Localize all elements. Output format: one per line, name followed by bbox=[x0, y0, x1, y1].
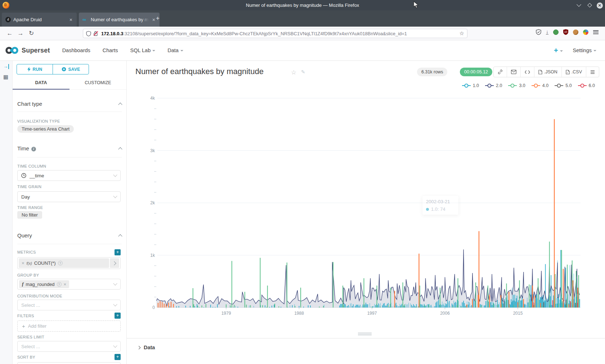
metric-value: COUNT(*) bbox=[34, 260, 56, 266]
panel-resize-handle[interactable] bbox=[358, 333, 372, 336]
expand-dataset-panel-icon[interactable]: → bbox=[3, 64, 9, 69]
browser-tab-druid[interactable]: d Apache Druid × bbox=[2, 13, 77, 27]
chevron-up-icon bbox=[118, 234, 122, 238]
url-path: :32108/superset/explore/?form_data_key=K… bbox=[123, 31, 407, 36]
nav-charts[interactable]: Charts bbox=[103, 47, 118, 53]
url-bar[interactable]: 172.18.0.3:32108/superset/explore/?form_… bbox=[83, 29, 467, 38]
svg-text:3k: 3k bbox=[150, 148, 155, 153]
remove-groupby-icon[interactable]: × bbox=[64, 282, 67, 287]
series-limit-select[interactable]: Select ... bbox=[17, 341, 121, 352]
add-metric-button[interactable]: + bbox=[115, 249, 121, 255]
data-results-panel-header[interactable]: Data bbox=[127, 338, 605, 350]
tab-data[interactable]: DATA bbox=[13, 77, 70, 89]
time-range-value[interactable]: No filter bbox=[17, 211, 42, 219]
run-button[interactable]: RUN bbox=[17, 64, 53, 74]
link-icon bbox=[498, 69, 503, 74]
export-csv-button[interactable]: x .CSV bbox=[561, 67, 586, 77]
email-button[interactable] bbox=[507, 67, 520, 77]
nav-sql-lab[interactable]: SQL Lab bbox=[130, 47, 156, 53]
time-grain-select[interactable]: Day bbox=[17, 191, 121, 202]
metric-expand-caret[interactable] bbox=[110, 258, 119, 268]
sort-by-select[interactable] bbox=[17, 362, 121, 364]
tab-label: Numer of earthquakes by m bbox=[91, 17, 148, 22]
insecure-lock-icon[interactable] bbox=[93, 31, 98, 36]
section-time[interactable]: Timei bbox=[17, 145, 122, 151]
section-query[interactable]: Query bbox=[17, 232, 122, 238]
bookmark-star-icon[interactable]: ☆ bbox=[460, 30, 464, 37]
nav-data[interactable]: Data bbox=[167, 47, 183, 53]
time-grain-label: TIME GRAIN bbox=[17, 185, 41, 189]
edit-properties-icon[interactable]: ✎ bbox=[301, 69, 305, 75]
maximize-button[interactable] bbox=[586, 2, 593, 8]
forward-button[interactable]: → bbox=[15, 30, 26, 37]
tooltip-series-dot bbox=[426, 208, 429, 211]
section-chart-type[interactable]: Chart type bbox=[17, 101, 122, 107]
metric-control: × f(x) COUNT(*) ? bbox=[17, 257, 121, 269]
chevron-down-icon bbox=[560, 50, 563, 52]
svg-text:1k: 1k bbox=[150, 253, 155, 258]
time-column-label: TIME COLUMN bbox=[17, 164, 46, 168]
add-new-button[interactable]: + bbox=[554, 46, 563, 55]
superset-logo[interactable]: Superset bbox=[5, 46, 50, 54]
time-range-label: TIME RANGE bbox=[17, 205, 43, 210]
ublock-shield-icon[interactable]: u0 bbox=[563, 29, 568, 35]
minimize-button[interactable] bbox=[575, 2, 582, 8]
nav-dashboards[interactable]: Dashboards bbox=[62, 47, 90, 53]
chevron-up-icon bbox=[118, 147, 122, 151]
menu-icon bbox=[590, 70, 595, 74]
time-grain-value: Day bbox=[21, 194, 30, 200]
remove-metric-icon[interactable]: × bbox=[22, 260, 24, 266]
export-json-button[interactable]: .JSON bbox=[534, 67, 561, 77]
menu-hamburger-icon[interactable] bbox=[593, 30, 599, 34]
help-icon: ? bbox=[57, 282, 62, 287]
add-filter-button[interactable]: + bbox=[115, 313, 121, 319]
reload-button[interactable]: ↻ bbox=[26, 29, 37, 37]
settings-menu[interactable]: Settings bbox=[573, 47, 596, 53]
extension-shield-check-icon[interactable] bbox=[536, 29, 541, 35]
browser-tab-superset-active[interactable]: ∞ Numer of earthquakes by m × bbox=[79, 13, 160, 27]
window-title: Numer of earthquakes by magnitude — Mozi… bbox=[0, 3, 605, 8]
embed-code-button[interactable] bbox=[520, 67, 534, 77]
chart-title[interactable]: Numer of earthquakes by magnitude bbox=[135, 67, 264, 76]
run-save-button-group: RUN SAVE bbox=[17, 64, 89, 74]
favorite-star-icon[interactable]: ☆ bbox=[291, 69, 296, 76]
chevron-up-icon bbox=[118, 103, 122, 106]
extension-pinwheel-icon[interactable] bbox=[583, 29, 588, 35]
viz-type-value[interactable]: Time-series Area Chart bbox=[17, 125, 74, 133]
column-icon: f bbox=[22, 281, 23, 287]
add-sort-button[interactable]: + bbox=[115, 354, 121, 360]
tooltip-date: 2002-03-21 bbox=[426, 199, 455, 204]
time-column-select[interactable]: __time bbox=[17, 170, 121, 181]
extension-green-icon[interactable] bbox=[553, 29, 559, 35]
back-button[interactable]: ← bbox=[4, 30, 15, 37]
group-by-select[interactable]: f mag_rounded ? × bbox=[17, 279, 121, 290]
close-button[interactable]: ✕ bbox=[596, 2, 603, 9]
file-icon: x bbox=[566, 70, 570, 74]
chevron-down-icon bbox=[113, 343, 117, 347]
browser-tab-bar: d Apache Druid × ∞ Numer of earthquakes … bbox=[0, 10, 605, 27]
tab-customize[interactable]: CUSTOMIZE bbox=[70, 77, 126, 89]
chevron-down-icon bbox=[113, 173, 117, 177]
tab-close-icon[interactable]: × bbox=[69, 17, 73, 23]
svg-text:x: x bbox=[567, 71, 568, 73]
group-by-pill[interactable]: f mag_rounded ? × bbox=[19, 280, 69, 288]
metric-pill[interactable]: × f(x) COUNT(*) ? bbox=[19, 258, 109, 268]
dataset-grid-icon[interactable]: ▦ bbox=[3, 74, 8, 79]
chevron-down-icon bbox=[113, 281, 117, 285]
chart-menu-button[interactable] bbox=[586, 67, 599, 77]
application-window: Numer of earthquakes by magnitude — Mozi… bbox=[0, 0, 605, 364]
tracking-protection-shield-icon[interactable] bbox=[86, 31, 91, 36]
tooltip-value: 1.0: 74 bbox=[431, 206, 445, 212]
add-filter-dropzone[interactable]: +Add filter bbox=[17, 320, 121, 332]
group-by-label: GROUP BY bbox=[17, 273, 39, 277]
copy-link-button[interactable] bbox=[494, 67, 507, 77]
druid-favicon-icon: d bbox=[5, 17, 11, 22]
contribution-mode-select[interactable]: Select ... bbox=[17, 300, 121, 310]
url-text[interactable]: 172.18.0.3:32108/superset/explore/?form_… bbox=[101, 31, 460, 36]
cookie-extension-icon[interactable] bbox=[573, 29, 578, 35]
new-tab-button[interactable]: + bbox=[154, 15, 162, 21]
save-button[interactable]: SAVE bbox=[53, 64, 89, 74]
envelope-icon bbox=[511, 70, 516, 74]
timeseries-area-chart[interactable]: 01k2k3k4k19791988199720062015 bbox=[127, 83, 605, 320]
downloads-icon[interactable]: ↓ bbox=[546, 29, 548, 35]
